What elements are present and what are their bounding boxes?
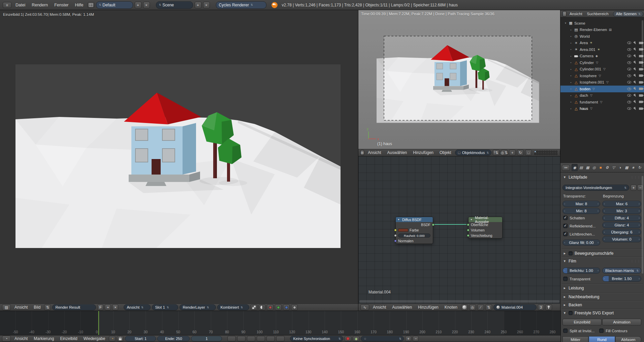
channel-blue-icon[interactable]: [283, 304, 290, 310]
outliner-row-icosphere[interactable]: • Icosphere: [560, 72, 644, 79]
outliner-row-icosphere-001[interactable]: • Icosphere.001: [560, 79, 644, 86]
selectability-cursor-icon[interactable]: [633, 81, 637, 84]
node-editor-canvas[interactable]: ▼Diffus BSDF BSDF Farbe Rauheit: 0.000 N…: [358, 156, 560, 304]
manipulator-rotate-icon[interactable]: ↻: [517, 150, 524, 156]
mode-dropdown[interactable]: □Objektmodus⇅: [455, 150, 491, 156]
node-menu-auswählen[interactable]: Auswählen: [390, 305, 414, 310]
shader-type-linestyle-icon[interactable]: ∕: [477, 304, 484, 310]
selectability-cursor-icon[interactable]: [633, 54, 637, 58]
tab-render[interactable]: [572, 164, 578, 171]
fake-user-button[interactable]: F: [97, 304, 103, 310]
image-menu-bild[interactable]: Bild: [31, 305, 43, 310]
selectability-cursor-icon[interactable]: [633, 107, 637, 111]
image-name-field[interactable]: Render Result: [52, 304, 96, 310]
image-menu-ansicht[interactable]: Ansicht: [12, 305, 30, 310]
disclosure-icon[interactable]: •: [569, 61, 573, 64]
visibility-eye-icon[interactable]: [627, 107, 631, 110]
timeline-menu-markierung[interactable]: Markierung: [31, 336, 56, 341]
node-input-roughness[interactable]: Rauheit: 0.000: [396, 233, 433, 238]
browse-image-icon[interactable]: ⇅: [44, 304, 51, 310]
current-frame-field[interactable]: 1: [191, 336, 222, 341]
editor-type-button[interactable]: ≔: [562, 165, 570, 171]
screen-layout-browse-icon[interactable]: [88, 2, 94, 8]
join-style-button[interactable]: Rund: [589, 336, 615, 342]
node-input-color[interactable]: Farbe: [396, 227, 433, 233]
socket-normal-in[interactable]: [394, 240, 397, 242]
render-pass-dropdown[interactable]: Kombiniert⇅: [217, 304, 249, 310]
channel-green-icon[interactable]: [275, 304, 282, 310]
view3d-menu-objekt[interactable]: Objekt: [437, 150, 454, 155]
keying-flash-icon[interactable]: ◆: [353, 336, 359, 341]
outliner-row-render-ebenen[interactable]: • Render-Ebenen: [560, 27, 644, 33]
new-image-button[interactable]: +: [105, 304, 111, 310]
unlink-image-button[interactable]: ×: [112, 304, 118, 310]
layers-widget[interactable]: [534, 151, 557, 155]
material-users-button[interactable]: 3: [538, 304, 544, 310]
start-frame-field[interactable]: Start: 1: [125, 336, 156, 341]
caustics-checkbox[interactable]: Reflektierend...: [563, 223, 601, 228]
tab-modifiers[interactable]: [604, 164, 610, 171]
socket-in[interactable]: [467, 234, 470, 237]
panel-header-bewegungsunschaerfe[interactable]: ►Bewegungsunschärfe: [561, 250, 643, 257]
display-contrast-icon[interactable]: [259, 304, 265, 310]
panel-header-freestyle-svg[interactable]: ▼Freestyle SVG Export: [561, 310, 643, 316]
view3d-menu-ansicht[interactable]: Ansicht: [365, 150, 383, 155]
shader-type-object-icon[interactable]: [461, 304, 468, 310]
editor-type-button[interactable]: ⊞: [360, 150, 364, 156]
delete-layout-button[interactable]: ×: [143, 2, 150, 8]
tab-texture[interactable]: [623, 164, 630, 171]
info-menu-rendern[interactable]: Rendern: [29, 2, 50, 8]
disclosure-icon[interactable]: •: [569, 100, 573, 103]
auto-keyframe-record-button[interactable]: [345, 336, 351, 341]
manipulator-scale-icon[interactable]: □: [525, 150, 532, 156]
disclosure-icon[interactable]: •: [569, 48, 573, 51]
info-menu-datei[interactable]: Datei: [13, 2, 28, 8]
add-layout-button[interactable]: +: [135, 2, 141, 8]
outliner-row-boden[interactable]: • boden: [560, 86, 644, 92]
image-editor-canvas[interactable]: Einzelbild:1| Zeit:03:56.70| Mem:0.58M, …: [0, 10, 358, 304]
view-mode-dropdown[interactable]: Ansicht⇅: [124, 304, 151, 310]
timeline-ruler[interactable]: -50-40-30-20-100102030405060708090100110…: [0, 311, 560, 335]
disclosure-icon[interactable]: •: [569, 107, 573, 110]
visibility-eye-icon[interactable]: [627, 101, 631, 103]
shader-type-world-icon[interactable]: ◎: [469, 304, 476, 310]
panel-header-lichtpfade[interactable]: ▼Lichtpfade⋮⋮⋮: [561, 174, 643, 181]
transparent-checkbox[interactable]: Transparent: [563, 276, 590, 281]
outliner-row-cylinder-001[interactable]: • Cylinder.001: [560, 66, 644, 73]
view3d-menu-hinzufügen[interactable]: Hinzufügen: [411, 150, 436, 155]
number-field-min-3[interactable]: ‹Min: 3›: [602, 208, 641, 214]
svg-mode-button-animation[interactable]: Animation: [602, 319, 641, 325]
integrator-preset-dropdown[interactable]: Integrator-Voreinstellungen⇅: [562, 185, 629, 191]
renderability-camera-icon[interactable]: [639, 107, 643, 110]
play-button[interactable]: [257, 336, 265, 341]
outliner-row-fundament[interactable]: • fundament: [560, 99, 644, 105]
svg-option-checkbox-split-at-invisi[interactable]: Split at Invisi...: [563, 328, 594, 333]
number-field-übergang-6[interactable]: ‹Übergang: 6›: [602, 229, 641, 235]
selectability-cursor-icon[interactable]: [633, 41, 637, 45]
caustics-checkbox[interactable]: Schatten: [563, 215, 601, 220]
tab-data[interactable]: [611, 164, 617, 171]
socket-roughness-in[interactable]: [394, 234, 397, 237]
tab-particles[interactable]: [630, 164, 636, 171]
render-slot-dropdown[interactable]: Slot 1⇅: [152, 304, 178, 310]
next-keyframe-button[interactable]: [266, 336, 275, 341]
node-menu-knoten[interactable]: Knoten: [442, 305, 460, 310]
material-name-field[interactable]: Material.004: [493, 304, 537, 310]
selectability-cursor-icon[interactable]: [633, 67, 637, 71]
socket-bsdf-out[interactable]: [432, 223, 434, 226]
timeline-menu-einzelbild[interactable]: Einzelbild: [58, 336, 79, 341]
editor-type-button[interactable]: ≡: [3, 2, 11, 8]
renderability-camera-icon[interactable]: [639, 81, 643, 84]
render-engine-dropdown[interactable]: Cycles Renderer⇅: [216, 1, 266, 9]
number-field-max-8[interactable]: ‹Max: 8›: [562, 201, 600, 207]
outliner-row-area[interactable]: • Area: [560, 40, 644, 46]
outliner-menu-ansicht[interactable]: Ansicht: [568, 11, 584, 16]
channel-red-icon[interactable]: [267, 304, 273, 310]
timeline-menu-wiedergabe[interactable]: Wiedergabe: [81, 336, 108, 341]
renderability-camera-icon[interactable]: [639, 68, 643, 70]
info-menu-hilfe[interactable]: Hilfe: [73, 2, 86, 8]
preview-range-icon[interactable]: ◔: [109, 336, 116, 341]
active-keying-set-field[interactable]: ○⇅: [361, 336, 404, 341]
node-header[interactable]: ▼Material-Ausgabe: [469, 217, 502, 222]
editor-type-button[interactable]: ∿: [360, 304, 369, 310]
